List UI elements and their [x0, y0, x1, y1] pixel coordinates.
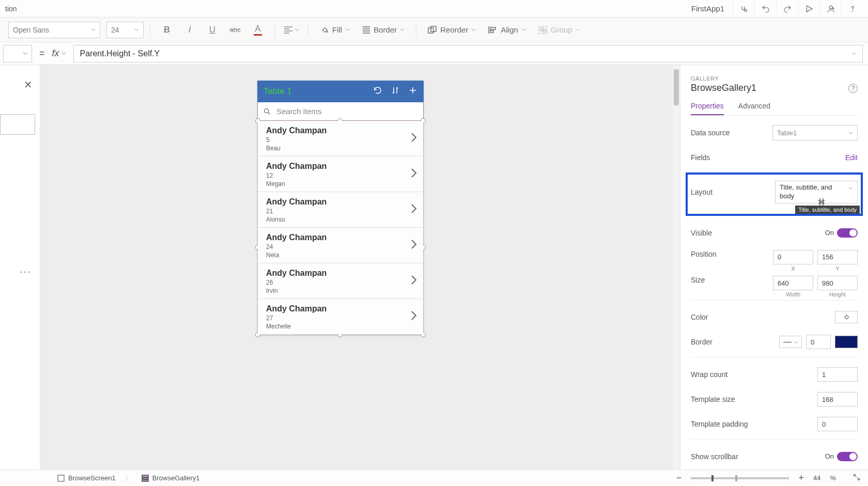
- property-dropdown[interactable]: [3, 45, 32, 62]
- item-body: Neta: [266, 252, 415, 259]
- chevron-right-icon[interactable]: [411, 310, 417, 323]
- zoom-in-button[interactable]: +: [798, 473, 804, 483]
- fields-edit-link[interactable]: Edit: [845, 153, 858, 162]
- svg-rect-13: [142, 478, 148, 479]
- left-panel-input[interactable]: [0, 114, 35, 135]
- layout-tooltip: Title, subtitle, and body: [795, 206, 860, 214]
- layout-select[interactable]: Title, subtitle, and body: [775, 181, 858, 203]
- font-size-select[interactable]: 24: [106, 22, 144, 38]
- phone-title: Table 1: [264, 86, 365, 97]
- canvas-scrollbar[interactable]: [673, 65, 680, 469]
- browse-gallery[interactable]: Andy Champan5BeauAndy Champan12MeganAndy…: [257, 121, 424, 335]
- strikethrough-button[interactable]: abc: [225, 21, 245, 39]
- border-color-swatch[interactable]: [835, 336, 858, 348]
- chevron-right-icon[interactable]: [411, 239, 417, 252]
- formula-input[interactable]: Parent.Height - Self.Y: [73, 45, 863, 62]
- border-button[interactable]: Border: [357, 21, 410, 39]
- scrollbar-state: On: [825, 452, 834, 460]
- font-color-button[interactable]: A: [247, 21, 268, 39]
- underline-button[interactable]: U: [202, 21, 223, 39]
- template-size-input[interactable]: 168: [817, 392, 858, 406]
- group-label: Group: [551, 25, 572, 34]
- position-x-input[interactable]: 0: [773, 250, 813, 264]
- svg-rect-6: [490, 30, 493, 33]
- svg-point-10: [265, 108, 269, 113]
- data-source-label: Data source: [691, 129, 730, 137]
- reorder-button[interactable]: Reorder: [423, 21, 481, 39]
- chevron-right-icon[interactable]: [411, 275, 417, 287]
- close-icon[interactable]: ✕: [24, 79, 33, 91]
- position-y-input[interactable]: 156: [817, 250, 858, 264]
- undo-icon[interactable]: [754, 0, 776, 18]
- svg-rect-9: [543, 29, 546, 32]
- item-subtitle: 5: [266, 136, 415, 144]
- add-icon[interactable]: [408, 86, 417, 97]
- show-scrollbar-label: Show scrollbar: [691, 452, 738, 461]
- item-title: Andy Champan: [266, 162, 415, 171]
- wrap-count-input[interactable]: 1: [817, 367, 858, 382]
- play-icon[interactable]: [798, 0, 819, 18]
- template-padding-input[interactable]: 0: [817, 417, 858, 431]
- list-item[interactable]: Andy Champan27Mechelle: [258, 299, 423, 335]
- font-family-select[interactable]: Open Sans: [8, 22, 100, 38]
- chevron-right-icon[interactable]: [411, 168, 417, 180]
- fx-label[interactable]: fx: [52, 48, 66, 59]
- title-fragment: tion: [5, 5, 17, 13]
- visible-toggle[interactable]: [837, 228, 858, 238]
- chevron-right-icon[interactable]: [411, 132, 417, 145]
- fullscreen-icon[interactable]: [853, 473, 861, 483]
- color-label: Color: [691, 313, 708, 321]
- control-name: BrowseGallery1: [691, 83, 858, 93]
- share-icon[interactable]: [819, 0, 841, 18]
- scrollbar-toggle[interactable]: [837, 452, 858, 461]
- item-title: Andy Champan: [266, 197, 415, 207]
- left-panel: ✕ ···: [0, 65, 40, 469]
- zoom-slider[interactable]: [691, 477, 789, 479]
- more-icon[interactable]: ···: [20, 265, 32, 277]
- item-body: Mechelle: [266, 323, 415, 330]
- list-item[interactable]: Andy Champan5Beau: [258, 121, 423, 156]
- properties-panel: GALLERY BrowseGallery1 ? Properties Adva…: [680, 65, 868, 469]
- data-source-select[interactable]: Table1: [772, 125, 858, 140]
- tab-advanced[interactable]: Advanced: [738, 102, 770, 115]
- color-picker[interactable]: [835, 311, 858, 323]
- redo-icon[interactable]: [776, 0, 798, 18]
- sort-icon[interactable]: [391, 86, 400, 97]
- list-item[interactable]: Andy Champan12Megan: [258, 156, 423, 192]
- bold-button[interactable]: B: [157, 21, 177, 39]
- chevron-right-icon[interactable]: [411, 203, 417, 216]
- svg-rect-11: [58, 475, 64, 481]
- tab-properties[interactable]: Properties: [691, 102, 724, 115]
- control-kind: GALLERY: [691, 75, 858, 82]
- breadcrumb[interactable]: BrowseScreen1: [57, 474, 116, 482]
- align-button[interactable]: Align: [483, 21, 531, 39]
- svg-point-2: [852, 11, 853, 11]
- border-width-input[interactable]: 0: [806, 335, 831, 349]
- item-title: Andy Champan: [266, 304, 415, 313]
- refresh-icon[interactable]: [373, 86, 382, 97]
- text-align-button[interactable]: [281, 21, 302, 39]
- font-family-value: Open Sans: [13, 26, 49, 34]
- canvas[interactable]: Table 1 Search items Andy Champa: [40, 65, 680, 469]
- props-tabs: Properties Advanced: [691, 102, 858, 116]
- item-body: Beau: [266, 145, 415, 152]
- app-name: FirstApp1: [691, 4, 724, 13]
- border-style-select[interactable]: [779, 336, 802, 348]
- zoom-out-button[interactable]: −: [676, 473, 682, 483]
- item-subtitle: 24: [266, 243, 415, 250]
- item-title: Andy Champan: [266, 126, 415, 135]
- fill-button[interactable]: Fill: [315, 21, 355, 39]
- help-icon[interactable]: [841, 0, 863, 18]
- height-input[interactable]: 980: [817, 276, 858, 290]
- list-item[interactable]: Andy Champan21Alonso: [258, 192, 423, 228]
- health-icon[interactable]: [733, 0, 754, 18]
- size-label: Size: [691, 276, 705, 284]
- width-input[interactable]: 640: [773, 276, 813, 290]
- breadcrumb-item[interactable]: BrowseGallery1: [141, 474, 200, 482]
- panel-help-icon[interactable]: ?: [848, 84, 858, 93]
- group-button[interactable]: Group: [533, 21, 585, 39]
- item-subtitle: 12: [266, 172, 415, 179]
- list-item[interactable]: Andy Champan24Neta: [258, 228, 423, 263]
- list-item[interactable]: Andy Champan26Irvin: [258, 263, 423, 299]
- italic-button[interactable]: I: [179, 21, 200, 39]
